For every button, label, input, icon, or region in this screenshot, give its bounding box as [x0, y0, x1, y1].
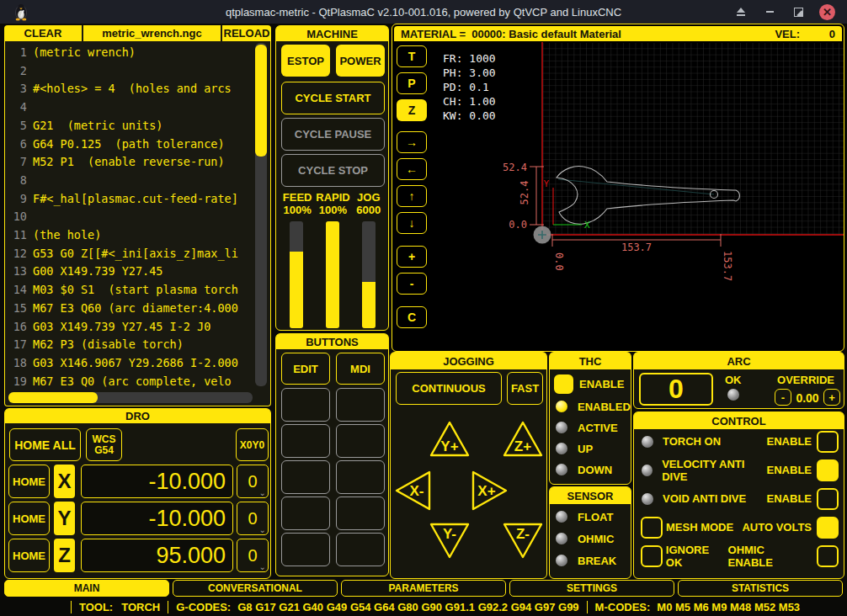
gcode-line[interactable]: 9F#<_hal[plasmac.cut-feed-rate] [8, 190, 254, 209]
jog-y-plus-button[interactable]: Y+ [427, 417, 472, 463]
loaded-file-name[interactable]: metric_wrench.ngc [83, 25, 221, 41]
tab-settings[interactable]: SETTINGS [509, 580, 674, 597]
scrollbar-thumb[interactable] [255, 45, 267, 157]
dro-x-offset-select[interactable]: 0⌄ [237, 465, 269, 498]
home-x-button[interactable]: HOME [8, 465, 50, 498]
wcs-button[interactable]: WCS G54 [86, 428, 122, 461]
dro-z-offset-select[interactable]: 0⌄ [237, 539, 269, 572]
gcode-horizontal-scrollbar[interactable] [8, 392, 253, 403]
gcode-plot[interactable]: Y X 52.4 52.4 0.0 153.7 0.0 153.7 [432, 42, 844, 350]
restore-button[interactable] [791, 4, 806, 19]
gcode-line[interactable]: 16G03 X149.739 Y27.45 I-2 J0 [8, 318, 254, 337]
user-button-empty[interactable] [281, 424, 330, 458]
gcode-line[interactable]: 1(metric wrench) [8, 44, 254, 62]
pan-right-button[interactable]: → [397, 131, 427, 153]
scrollbar-thumb[interactable] [8, 392, 98, 403]
gcode-line[interactable]: 10 [8, 208, 254, 226]
gcode-line[interactable]: 11(the hole) [8, 226, 254, 245]
cycle-stop-button[interactable]: CYCLE STOP [281, 154, 385, 187]
thc-enable-checkbox[interactable] [554, 374, 573, 394]
line-text: G53 G0 Z[[#<_ini[axis_z]max_li [33, 245, 238, 263]
mdi-button[interactable]: MDI [336, 353, 385, 385]
gcode-line[interactable]: 13G00 X149.739 Y27.45 [8, 263, 254, 281]
axis-letter-x[interactable]: X [54, 465, 75, 498]
override-plus-button[interactable]: + [823, 389, 840, 406]
zoom-out-button[interactable]: - [397, 273, 427, 295]
gcode-line[interactable]: 19M67 E3 Q0 (arc complete, velo [8, 373, 254, 391]
reload-file-button[interactable]: RELOAD [222, 25, 271, 41]
mesh-mode-checkbox[interactable] [641, 517, 663, 539]
jog-z-minus-button[interactable]: Z- [500, 517, 546, 562]
jog-x-plus-button[interactable]: X+ [466, 468, 511, 513]
tab-statistics[interactable]: STATISTICS [678, 580, 843, 597]
tab-main[interactable]: MAIN [4, 580, 169, 597]
user-button-empty[interactable] [336, 497, 385, 530]
gcode-line[interactable]: 4 [8, 98, 254, 117]
dro-y-offset-select[interactable]: 0⌄ [237, 502, 269, 535]
material-bar[interactable]: MATERIAL = 00000: Basic default Material… [394, 26, 842, 41]
minimize-button[interactable] [762, 4, 777, 19]
enable-checkbox[interactable] [817, 431, 839, 453]
ohmic-enable-checkbox[interactable] [817, 545, 839, 567]
gcode-line[interactable]: 12G53 G0 Z[[#<_ini[axis_z]max_li [8, 245, 254, 263]
rapid-override-slider[interactable] [326, 221, 339, 328]
power-button[interactable]: POWER [336, 45, 385, 77]
gcode-line[interactable]: 3#<holes> = 4 (holes and arcs [8, 80, 254, 98]
jog-x-minus-button[interactable]: X- [392, 468, 437, 513]
wcs-system: G54 [94, 445, 114, 456]
gcode-line[interactable]: 6G64 P0.125 (path tolerance) [8, 135, 254, 154]
user-button-empty[interactable] [281, 497, 330, 530]
zero-xy-button[interactable]: X0Y0 [236, 428, 269, 461]
estop-button[interactable]: ESTOP [281, 45, 330, 77]
points-button[interactable]: P [397, 72, 427, 94]
gcode-line[interactable]: 18G03 X146.9067 Y29.2686 I-2.000 [8, 354, 254, 373]
jog-fast-button[interactable]: FAST [507, 372, 543, 405]
gcode-line[interactable]: 5G21 (metric units) [8, 117, 254, 135]
zoom-extents-button[interactable]: Z [397, 99, 427, 121]
user-button-empty[interactable] [281, 388, 330, 422]
gcode-line[interactable]: 14M03 $0 S1 (start plasma torch [8, 281, 254, 300]
edit-button[interactable]: EDIT [281, 353, 330, 385]
clear-plot-button[interactable]: C [397, 306, 427, 328]
gcode-line[interactable]: 15M67 E3 Q60 (arc diameter:4.000 [8, 300, 254, 318]
zoom-in-button[interactable]: + [397, 246, 427, 268]
home-z-button[interactable]: HOME [8, 539, 50, 572]
auto-volts-checkbox[interactable] [817, 517, 839, 539]
pan-down-button[interactable]: ↓ [397, 212, 427, 234]
feed-override-slider[interactable] [290, 221, 303, 328]
tab-parameters[interactable]: PARAMETERS [341, 580, 506, 597]
gcode-line[interactable]: 8 [8, 172, 254, 190]
gcode-line[interactable]: 17M62 P3 (disable torch) [8, 336, 254, 354]
jog-continuous-button[interactable]: CONTINUOUS [396, 372, 502, 405]
pan-up-button[interactable]: ↑ [397, 185, 427, 207]
home-all-button[interactable]: HOME ALL [9, 428, 81, 461]
jog-z-plus-button[interactable]: Z+ [500, 417, 546, 463]
clear-file-button[interactable]: CLEAR [4, 25, 82, 41]
tool-button[interactable]: T [397, 45, 427, 67]
tab-conversational[interactable]: CONVERSATIONAL [173, 580, 338, 597]
cycle-pause-button[interactable]: CYCLE PAUSE [281, 118, 385, 151]
enable-checkbox[interactable] [817, 459, 839, 481]
user-button-empty[interactable] [336, 424, 385, 458]
rollup-button[interactable] [733, 4, 748, 19]
user-button-empty[interactable] [281, 460, 330, 494]
user-button-empty[interactable] [336, 533, 385, 566]
jog-y-minus-button[interactable]: Y- [427, 517, 472, 562]
pan-left-button[interactable]: ← [397, 158, 427, 180]
cycle-start-button[interactable]: CYCLE START [281, 82, 385, 114]
enable-checkbox[interactable] [817, 488, 839, 510]
jog-override-slider[interactable] [362, 221, 376, 328]
gcode-line[interactable]: 2 [8, 62, 254, 81]
gcode-line[interactable]: 7M52 P1 (enable reverse-run) [8, 153, 254, 172]
axis-letter-y[interactable]: Y [54, 502, 75, 535]
axis-letter-z[interactable]: Z [54, 539, 75, 572]
gcode-viewer[interactable]: 1(metric wrench)23#<holes> = 4 (holes an… [4, 41, 271, 406]
close-button[interactable]: ✕ [819, 4, 835, 20]
ignore-ok-checkbox[interactable] [641, 545, 663, 567]
home-y-button[interactable]: HOME [8, 502, 50, 535]
user-button-empty[interactable] [336, 460, 385, 494]
user-button-empty[interactable] [281, 533, 330, 566]
override-minus-button[interactable]: - [775, 389, 791, 406]
gcode-vertical-scrollbar[interactable] [255, 43, 267, 386]
user-button-empty[interactable] [336, 388, 385, 422]
